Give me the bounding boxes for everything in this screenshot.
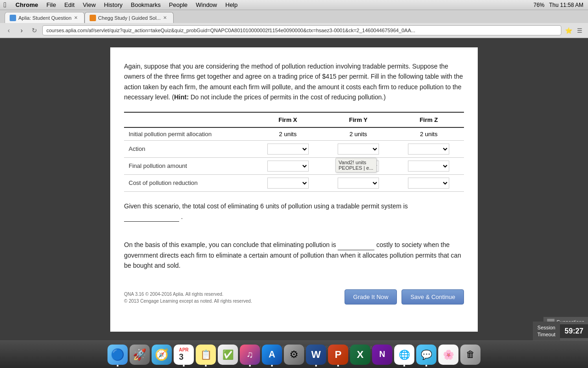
menu-history[interactable]: History [100, 1, 126, 8]
apple-menu[interactable]:  [4, 1, 6, 9]
bookmark-icon[interactable]: ⭐ [564, 26, 573, 35]
scenario-blank [124, 211, 179, 222]
finder-dot [117, 365, 119, 367]
adium-dot [425, 365, 427, 367]
cell-allocation-y: 2 units [323, 127, 393, 141]
final-x-dropdown[interactable] [267, 161, 309, 172]
notes-dot [205, 365, 207, 367]
action-x-dropdown[interactable] [267, 144, 309, 155]
final-z-dropdown[interactable] [408, 161, 449, 172]
dock-item-appstore[interactable]: A [262, 345, 282, 365]
dock-item-word[interactable]: W [306, 345, 326, 365]
back-button[interactable]: ‹ [4, 25, 14, 35]
row-label-cost: Cost of pollution reduction [124, 174, 253, 191]
menu-people[interactable]: People [165, 1, 191, 8]
datetime: Thu 11:58 AM [549, 2, 583, 8]
save-button[interactable]: Save & Continue [401, 289, 464, 305]
toolbar-icons: ⭐ ☰ [564, 26, 584, 35]
powerpoint-dot [337, 365, 339, 367]
forward-button[interactable]: › [17, 25, 27, 35]
table-row-cost: Cost of pollution reduction [124, 174, 464, 191]
row-label-final-pollution: Final pollution amount [124, 157, 253, 174]
appstore-dot [271, 365, 273, 367]
tab-chegg-close[interactable]: ✕ [163, 15, 169, 21]
dock-item-onenote[interactable]: N [372, 345, 392, 365]
menu-file[interactable]: File [43, 1, 60, 8]
allocation-z-value: 2 units [420, 131, 437, 138]
col-header-firmy: Firm Y [323, 112, 393, 127]
aplia-favicon [10, 15, 16, 21]
menu-edit[interactable]: Edit [61, 1, 78, 8]
dock-item-itunes[interactable]: ♫ [240, 345, 260, 365]
col-header-firmx: Firm X [253, 112, 323, 127]
tab-chegg[interactable]: Chegg Study | Guided Sol... ✕ [85, 12, 174, 23]
allocation-y-value: 2 units [350, 131, 367, 138]
dock-item-safari[interactable]: 🧭 [152, 345, 172, 365]
copyright-line1: QNA 3.16 © 2004-2016 Aplia. All rights r… [124, 291, 252, 298]
menu-window[interactable]: Window [192, 1, 220, 8]
menu-help[interactable]: Help [222, 1, 242, 8]
tab-aplia[interactable]: Aplia: Student Question ✕ [5, 12, 85, 23]
trash-icon: 🗑 [466, 349, 475, 360]
dock-item-settings[interactable]: ⚙ [284, 345, 304, 365]
autocomplete-line1: Vand2! units [339, 160, 373, 165]
hint-body: Do not include the prices of permits in … [189, 93, 386, 101]
grade-button[interactable]: Grade It Now [345, 289, 397, 305]
adium-icon: 💬 [421, 349, 432, 360]
dock-item-calendar[interactable]: APR3 [174, 345, 194, 365]
action-z-dropdown[interactable] [408, 144, 449, 155]
menu-chrome[interactable]: Chrome [12, 1, 42, 8]
cost-x-dropdown[interactable] [267, 178, 309, 189]
address-bar[interactable]: courses.aplia.com/af/servlet/quiz?quiz_a… [42, 25, 561, 35]
table-row-action: Action [124, 140, 464, 157]
word-icon: W [311, 349, 321, 361]
menu-bar-right: 76% Thu 11:58 AM [533, 2, 583, 8]
autocomplete-popup: Vand2! units PEOPLES | e... [335, 158, 377, 172]
cost-z-dropdown[interactable] [408, 178, 449, 189]
dock-item-trash[interactable]: 🗑 [460, 345, 481, 365]
autocomplete-line2: PEOPLES | e... [339, 165, 373, 171]
calendar-icon: APR3 [179, 347, 188, 362]
dock-item-launchpad[interactable]: 🚀 [130, 345, 150, 365]
session-timeout-label: SessionTimeout [533, 322, 560, 340]
refresh-button[interactable]: ↻ [29, 25, 40, 35]
cell-cost-y [323, 174, 393, 191]
cell-action-x [253, 140, 323, 157]
session-timeout-timer: 59:27 [560, 324, 588, 338]
calendar-dot [183, 365, 185, 367]
word-dot [315, 365, 317, 367]
onenote-icon: N [379, 350, 385, 359]
address-text: courses.aplia.com/af/servlet/quiz?quiz_a… [46, 28, 415, 33]
appstore-icon: A [269, 349, 275, 360]
photos-icon: 🌸 [443, 349, 454, 360]
menu-bar-items: Chrome File Edit View History Bookmarks … [12, 1, 241, 8]
dock-item-reminders[interactable]: ✅ [218, 345, 238, 365]
table-row-final-pollution: Final pollution amount [124, 157, 464, 174]
col-header-firmz: Firm Z [394, 112, 464, 127]
menu-bookmarks[interactable]: Bookmarks [127, 1, 164, 8]
cell-final-z [394, 157, 464, 174]
col-header-label [124, 112, 253, 127]
dock-item-photos[interactable]: 🌸 [438, 345, 458, 365]
dock-item-chrome[interactable]: 🌐 [394, 345, 414, 365]
session-timeout: SessionTimeout 59:27 [533, 322, 588, 340]
dock-item-excel[interactable]: X [350, 345, 370, 365]
allocation-x-value: 2 units [279, 131, 296, 138]
tab-aplia-close[interactable]: ✕ [74, 15, 79, 21]
action-y-dropdown[interactable] [338, 144, 379, 155]
dock-item-powerpoint[interactable]: P [328, 345, 348, 365]
browser-toolbar: ‹ › ↻ courses.aplia.com/af/servlet/quiz?… [0, 23, 588, 38]
finder-icon: 🔵 [111, 348, 124, 361]
quiz-container: Again, suppose that you are considering … [110, 47, 478, 332]
quiz-footer: QNA 3.16 © 2004-2016 Aplia. All rights r… [124, 285, 464, 305]
cell-allocation-x: 2 units [253, 127, 323, 141]
menu-view[interactable]: View [79, 1, 99, 8]
dock-item-notes[interactable]: 📋 [196, 345, 216, 365]
cost-y-dropdown[interactable] [338, 178, 379, 189]
settings-icon: ⚙ [289, 349, 299, 361]
dock-item-finder[interactable]: 🔵 [107, 345, 128, 365]
excel-icon: X [357, 349, 364, 361]
menu-icon[interactable]: ☰ [575, 26, 584, 35]
row-label-allocation: Initial pollution permit allocation [124, 127, 253, 141]
dock-item-adium[interactable]: 💬 [416, 345, 436, 365]
